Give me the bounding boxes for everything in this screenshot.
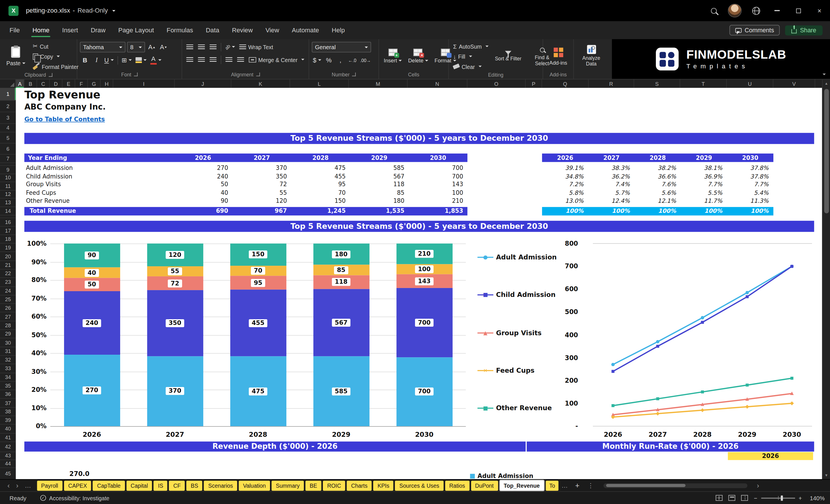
search-button[interactable] <box>703 0 724 21</box>
row-header-21[interactable]: 21 <box>0 261 16 270</box>
sheet-tab-scenarios[interactable]: Scenarios <box>204 480 237 491</box>
menu-page-layout[interactable]: Page Layout <box>118 21 154 39</box>
merge-center-button[interactable]: Merge & Center <box>247 55 306 64</box>
row-header-hidden[interactable] <box>0 163 16 166</box>
sheet-tab-summary[interactable]: Summary <box>272 480 304 491</box>
row-header-45[interactable]: 45 <box>0 468 16 479</box>
decrease-font-button[interactable]: A <box>158 42 168 52</box>
row-header-1[interactable]: 1 <box>0 88 16 100</box>
row-header-14[interactable]: 14 <box>0 207 16 215</box>
row-header-33[interactable]: 33 <box>0 365 16 373</box>
horizontal-scrollbar[interactable] <box>604 483 747 488</box>
clear-button[interactable]: Clear <box>452 62 490 71</box>
autosum-button[interactable]: ΣAutoSum <box>452 42 490 51</box>
sheet-tab-roic[interactable]: ROIC <box>323 480 345 491</box>
increase-font-button[interactable]: A <box>147 42 157 52</box>
column-header-k[interactable]: K <box>231 80 290 88</box>
row-header-40[interactable]: 40 <box>0 425 16 433</box>
row-header-32[interactable]: 32 <box>0 356 16 365</box>
row-header-9[interactable]: 9 <box>0 166 16 174</box>
sheet-tab-is[interactable]: IS <box>154 480 168 491</box>
column-header-c[interactable]: C <box>37 80 50 88</box>
increase-indent-button[interactable] <box>235 55 246 65</box>
dialog-launcher-icon[interactable] <box>49 73 52 76</box>
row-header-4[interactable]: 4 <box>0 124 16 132</box>
sheet-tab-cf[interactable]: CF <box>169 480 185 491</box>
account-button[interactable] <box>724 0 745 21</box>
sheet-canvas[interactable]: Top Revenue ABC Company Inc. Go to Table… <box>16 88 822 479</box>
row-header-27[interactable]: 27 <box>0 313 16 321</box>
legend-item-other-revenue[interactable]: ■Other Revenue <box>477 404 552 412</box>
row-header-24[interactable]: 24 <box>0 287 16 295</box>
sheet-tab-payroll[interactable]: Payroll <box>37 480 62 491</box>
row-header-36[interactable]: 36 <box>0 390 16 399</box>
column-header-s[interactable]: S <box>634 80 680 88</box>
zoom-level[interactable]: 140% <box>808 495 825 501</box>
row-header-30[interactable]: 30 <box>0 338 16 347</box>
number-format-select[interactable]: General <box>312 42 371 52</box>
row-header-13[interactable]: 13 <box>0 198 16 207</box>
row-header-23[interactable]: 23 <box>0 278 16 287</box>
next-sheet-button[interactable]: › <box>13 481 22 490</box>
page-break-view-button[interactable] <box>741 495 748 501</box>
decrease-decimal-button[interactable]: .00→ <box>359 55 372 65</box>
row-header-35[interactable]: 35 <box>0 382 16 390</box>
format-painter-button[interactable]: Format Painter <box>31 62 80 71</box>
sheet-tab-valuation[interactable]: Valuation <box>239 480 270 491</box>
orientation-button[interactable]: ab <box>224 42 236 52</box>
insert-cells-button[interactable]: + Insert <box>382 42 404 70</box>
row-header-6[interactable]: 6 <box>0 144 16 155</box>
more-sheets-button[interactable]: … <box>558 482 571 489</box>
page-layout-view-button[interactable] <box>729 495 735 501</box>
row-header-28[interactable]: 28 <box>0 321 16 330</box>
copy-button[interactable]: Copy <box>31 52 80 61</box>
row-header-41[interactable]: 41 <box>0 433 16 442</box>
row-header-11[interactable]: 11 <box>0 182 16 190</box>
fill-button[interactable]: ↓Fill <box>452 52 490 61</box>
bold-button[interactable]: B <box>80 55 90 65</box>
zoom-in-button[interactable]: + <box>799 495 802 501</box>
column-header-q[interactable]: Q <box>542 80 588 88</box>
sheet-tab-capital[interactable]: Capital <box>126 480 152 491</box>
underline-button[interactable]: U <box>103 55 115 65</box>
legend-item-child-admission[interactable]: ■Child Admission <box>477 291 555 298</box>
align-right-button[interactable] <box>208 55 218 65</box>
menu-view[interactable]: View <box>265 21 279 39</box>
row-header-22[interactable]: 22 <box>0 270 16 278</box>
dialog-launcher-icon[interactable] <box>256 73 260 76</box>
sheet-tab-be[interactable]: BE <box>306 480 321 491</box>
all-sheets-button[interactable]: … <box>22 482 35 489</box>
sheet-tab-capex[interactable]: CAPEX <box>64 480 92 491</box>
column-header-u[interactable]: U <box>727 80 773 88</box>
legend-item-feed-cups[interactable]: ×Feed Cups <box>477 367 534 374</box>
sheet-tab-charts[interactable]: Charts <box>347 480 372 491</box>
add-ins-button[interactable]: Add-ins <box>547 42 569 70</box>
row-header-42[interactable]: 42 <box>0 442 16 452</box>
row-header-19[interactable]: 19 <box>0 244 16 252</box>
horizontal-scrollbar-thumb[interactable] <box>606 484 685 487</box>
row-header-37[interactable]: 37 <box>0 399 16 407</box>
sheet-tab-sources-uses[interactable]: Sources & Uses <box>395 480 444 491</box>
comments-button[interactable]: Comments <box>729 25 780 35</box>
column-header-d[interactable]: D <box>50 80 62 88</box>
percent-format-button[interactable]: % <box>324 55 334 65</box>
close-button[interactable]: × <box>809 0 830 21</box>
sheet-tab-bs[interactable]: BS <box>187 480 202 491</box>
row-header-25[interactable]: 25 <box>0 295 16 304</box>
legend-item-adult-admission[interactable]: ●Adult Admission <box>477 253 556 261</box>
font-size-select[interactable]: 8 <box>127 42 145 52</box>
new-sheet-button[interactable]: + <box>571 481 583 490</box>
align-left-button[interactable] <box>185 55 195 65</box>
fill-color-button[interactable] <box>134 55 148 65</box>
row-header-hidden[interactable] <box>0 215 16 218</box>
toc-link[interactable]: Go to Table of Contents <box>24 115 105 123</box>
row-header-26[interactable]: 26 <box>0 304 16 313</box>
scroll-right-button[interactable]: › <box>754 481 762 490</box>
column-header-t[interactable]: T <box>680 80 727 88</box>
row-header-3[interactable]: 3 <box>0 112 16 124</box>
column-header-n[interactable]: N <box>408 80 467 88</box>
row-header-7[interactable]: 7 <box>0 154 16 163</box>
column-header-f[interactable]: F <box>75 80 88 88</box>
column-header-j[interactable]: J <box>175 80 231 88</box>
row-header-2[interactable]: 2 <box>0 101 16 113</box>
